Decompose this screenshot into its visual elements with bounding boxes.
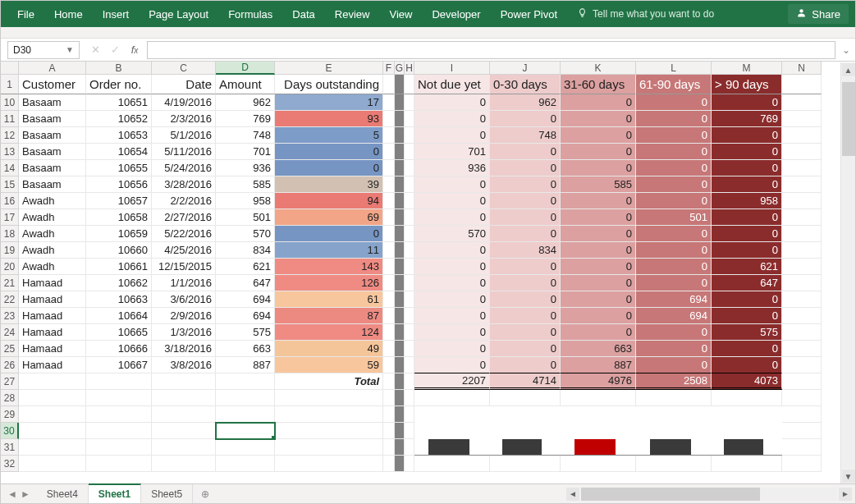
cell-F27[interactable] xyxy=(383,373,395,390)
cell-J12[interactable]: 748 xyxy=(490,127,561,144)
cell-B18[interactable]: 10659 xyxy=(86,226,152,242)
cell-M26[interactable]: 0 xyxy=(712,357,782,373)
cell-E11[interactable]: 93 xyxy=(275,111,383,127)
cell-D11[interactable]: 769 xyxy=(216,111,275,127)
scroll-down-button[interactable]: ▼ xyxy=(842,470,855,483)
scroll-right-button[interactable]: ► xyxy=(839,488,852,501)
vscroll-track[interactable] xyxy=(842,77,855,469)
cell-G32[interactable] xyxy=(395,456,405,472)
cell-I30[interactable] xyxy=(414,423,490,439)
cell-E12[interactable]: 5 xyxy=(275,127,383,144)
cell-N20[interactable] xyxy=(782,259,822,275)
cell-E21[interactable]: 126 xyxy=(275,275,383,291)
cell-K28[interactable] xyxy=(561,390,636,406)
cell-G20[interactable] xyxy=(395,259,405,275)
cell-D28[interactable] xyxy=(216,390,275,406)
cell-I12[interactable]: 0 xyxy=(414,127,490,144)
cell-J16[interactable]: 0 xyxy=(490,193,561,209)
header-cell-B[interactable]: Order no. xyxy=(86,75,152,94)
cell-F11[interactable] xyxy=(383,111,395,127)
cell-A10[interactable]: Basaam xyxy=(19,94,86,111)
cell-J28[interactable] xyxy=(490,390,561,406)
cell-I20[interactable]: 0 xyxy=(414,259,490,275)
cell-K16[interactable]: 0 xyxy=(561,193,636,209)
cell-M25[interactable]: 0 xyxy=(712,341,782,357)
formula-input[interactable] xyxy=(147,41,835,59)
cell-G31[interactable] xyxy=(395,439,405,456)
worksheet-grid[interactable]: ABCDEFGHIJKLMN1CustomerOrder no.DateAmou… xyxy=(1,62,855,483)
cell-F15[interactable] xyxy=(383,176,395,193)
cell-C13[interactable]: 5/11/2016 xyxy=(152,144,216,160)
cell-A29[interactable] xyxy=(19,406,86,423)
cell-J10[interactable]: 962 xyxy=(490,94,561,111)
cell-H12[interactable] xyxy=(405,127,414,144)
cell-E29[interactable] xyxy=(275,406,383,423)
cell-L27[interactable]: 2508 xyxy=(636,373,712,390)
cell-A25[interactable]: Hamaad xyxy=(19,341,86,357)
cell-L32[interactable] xyxy=(636,456,712,472)
cell-F17[interactable] xyxy=(383,209,395,226)
row-header-24[interactable]: 24 xyxy=(1,324,19,341)
cell-F29[interactable] xyxy=(383,406,395,423)
vscroll-thumb[interactable] xyxy=(842,82,855,156)
cell-A11[interactable]: Basaam xyxy=(19,111,86,127)
cell-L18[interactable]: 0 xyxy=(636,226,712,242)
cell-M22[interactable]: 0 xyxy=(712,291,782,308)
cell-D14[interactable]: 936 xyxy=(216,160,275,176)
header-cell-E[interactable]: Days outstanding xyxy=(275,75,383,94)
cell-M24[interactable]: 575 xyxy=(712,324,782,341)
cell-B22[interactable]: 10663 xyxy=(86,291,152,308)
cell-I14[interactable]: 936 xyxy=(414,160,490,176)
cell-H19[interactable] xyxy=(405,242,414,259)
header-cell-M[interactable]: > 90 days xyxy=(712,75,782,94)
cell-L12[interactable]: 0 xyxy=(636,127,712,144)
cell-F19[interactable] xyxy=(383,242,395,259)
col-header-L[interactable]: L xyxy=(636,62,712,75)
cell-E31[interactable] xyxy=(275,439,383,456)
row-header-19[interactable]: 19 xyxy=(1,242,19,259)
col-header-D[interactable]: D xyxy=(216,62,275,75)
cell-H32[interactable] xyxy=(405,456,414,472)
cell-D24[interactable]: 575 xyxy=(216,324,275,341)
cell-L14[interactable]: 0 xyxy=(636,160,712,176)
sheet-tab-sheet1[interactable]: Sheet1 xyxy=(89,483,141,503)
cell-G28[interactable] xyxy=(395,390,405,406)
cell-L19[interactable]: 0 xyxy=(636,242,712,259)
col-header-K[interactable]: K xyxy=(561,62,636,75)
cell-C30[interactable] xyxy=(152,423,216,439)
scroll-up-button[interactable]: ▲ xyxy=(842,63,855,76)
cell-I17[interactable]: 0 xyxy=(414,209,490,226)
row-header-28[interactable]: 28 xyxy=(1,390,19,406)
header-cell-L[interactable]: 61-90 days xyxy=(636,75,712,94)
sheet-tab-sheet5[interactable]: Sheet5 xyxy=(141,484,193,503)
col-header-C[interactable]: C xyxy=(152,62,216,75)
cell-J22[interactable]: 0 xyxy=(490,291,561,308)
cell-N26[interactable] xyxy=(782,357,822,373)
header-cell-H[interactable] xyxy=(405,75,414,94)
cell-J20[interactable]: 0 xyxy=(490,259,561,275)
cell-J18[interactable]: 0 xyxy=(490,226,561,242)
cell-N27[interactable] xyxy=(782,373,822,390)
cell-G19[interactable] xyxy=(395,242,405,259)
cell-F13[interactable] xyxy=(383,144,395,160)
cell-B25[interactable]: 10666 xyxy=(86,341,152,357)
cell-N23[interactable] xyxy=(782,308,822,324)
cell-G24[interactable] xyxy=(395,324,405,341)
row-header-22[interactable]: 22 xyxy=(1,291,19,308)
cell-N15[interactable] xyxy=(782,176,822,193)
cell-H14[interactable] xyxy=(405,160,414,176)
cell-F21[interactable] xyxy=(383,275,395,291)
cell-G13[interactable] xyxy=(395,144,405,160)
cell-G14[interactable] xyxy=(395,160,405,176)
cell-M13[interactable]: 0 xyxy=(712,144,782,160)
cell-K26[interactable]: 887 xyxy=(561,357,636,373)
cell-J32[interactable] xyxy=(490,456,561,472)
cell-K23[interactable]: 0 xyxy=(561,308,636,324)
cell-K22[interactable]: 0 xyxy=(561,291,636,308)
cell-A32[interactable] xyxy=(19,456,86,472)
cell-D18[interactable]: 570 xyxy=(216,226,275,242)
cell-J29[interactable] xyxy=(490,406,561,423)
cell-J21[interactable]: 0 xyxy=(490,275,561,291)
hscroll-thumb[interactable] xyxy=(581,488,760,501)
row-header-23[interactable]: 23 xyxy=(1,308,19,324)
